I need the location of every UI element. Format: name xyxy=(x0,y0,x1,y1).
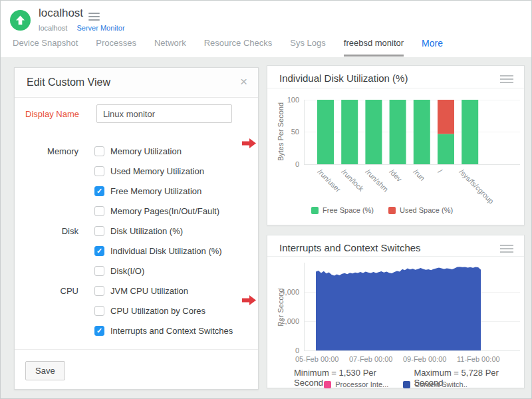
legend-label: Context Switch.. xyxy=(414,380,467,388)
checkbox-row: Memory Pages(In/Out/Fault) xyxy=(15,201,258,221)
checkbox-row: Individual Disk Utilization (%) xyxy=(15,241,258,261)
checkbox-label: Individual Disk Utilization (%) xyxy=(110,246,222,256)
checkbox-row: Disk(I/O) xyxy=(15,261,258,281)
x-tick: 07-Feb 00:00 xyxy=(349,355,392,363)
close-icon[interactable]: × xyxy=(240,75,247,88)
y-tick: 2,000 xyxy=(274,317,299,325)
checkbox-label: Free Memory Utilization xyxy=(110,186,201,196)
checkbox-interrupts-context-switches[interactable] xyxy=(94,326,104,336)
breadcrumb-host: localhost xyxy=(39,24,67,32)
checkbox-used-memory-utilization[interactable] xyxy=(94,166,104,176)
page-title: localhost xyxy=(39,7,83,20)
legend-label: Free Space (%) xyxy=(323,206,374,214)
legend-used-space[interactable]: Used Space (%) xyxy=(388,206,453,214)
x-tick: 11-Feb 00:00 xyxy=(457,355,500,363)
tab-device-snapshot[interactable]: Device Snapshot xyxy=(13,38,78,55)
y-tick: 50 xyxy=(274,128,299,136)
display-name-label: Display Name xyxy=(15,109,79,119)
legend-swatch xyxy=(311,207,319,214)
dialog-footer: Save xyxy=(15,349,258,389)
tab-more[interactable]: More xyxy=(422,38,443,55)
checkbox-row: Free Memory Utilization xyxy=(15,181,258,201)
hamburger-menu-icon[interactable] xyxy=(88,13,100,23)
chart-title: Interrupts and Context Switches xyxy=(279,242,421,253)
display-name-input[interactable] xyxy=(96,104,232,123)
checkbox-label: CPU Utilization by Cores xyxy=(110,306,205,316)
display-name-row: Display Name xyxy=(15,104,258,123)
x-tick: /sys/fs/cgroup xyxy=(458,168,495,205)
checkbox-label: Used Memory Utilization xyxy=(110,166,204,176)
tab-sys-logs[interactable]: Sys Logs xyxy=(290,38,325,55)
tab-processes[interactable]: Processes xyxy=(96,38,136,55)
x-tick: / xyxy=(437,168,444,175)
legend-swatch xyxy=(403,381,410,388)
page-header: localhost localhostServer Monitor Device… xyxy=(1,1,531,57)
server-monitor-page: localhost localhostServer Monitor Device… xyxy=(0,0,532,399)
legend-swatch xyxy=(388,207,396,214)
x-tick: /dev xyxy=(388,168,404,183)
x-tick: 05-Feb 00:00 xyxy=(295,355,338,363)
checkbox-label: JVM CPU Utilization xyxy=(110,286,188,296)
tab-freebsd-monitor[interactable]: freebsd monitor xyxy=(344,38,404,57)
checkbox-row: Disk Disk Utilization (%) xyxy=(15,221,258,241)
chart-title: Individual Disk Utilization (%) xyxy=(279,72,408,84)
checkbox-individual-disk-utilization[interactable] xyxy=(94,246,104,256)
checkbox-row: Used Memory Utilization xyxy=(15,161,258,181)
group-label-disk: Disk xyxy=(15,226,89,236)
tab-resource-checks[interactable]: Resource Checks xyxy=(204,38,273,55)
stacked-bar-chart[interactable] xyxy=(304,100,520,165)
chart-legend: Processor Inte... Context Switch.. xyxy=(267,380,524,388)
tab-network[interactable]: Network xyxy=(154,38,186,55)
y-tick: 100 xyxy=(274,96,299,104)
checkbox-free-memory-utilization[interactable] xyxy=(94,186,104,196)
checkbox-label: Disk Utilization (%) xyxy=(110,226,183,236)
edit-custom-view-dialog: Edit Custom View × Display Name Memory M… xyxy=(14,67,259,390)
checkbox-memory-utilization[interactable] xyxy=(94,146,104,156)
dialog-header: Edit Custom View × xyxy=(15,68,258,98)
y-axis-label: Per Second xyxy=(277,261,285,354)
legend-context-switches[interactable]: Context Switch.. xyxy=(403,380,467,388)
arrow-up-icon xyxy=(15,15,26,26)
y-tick: 0 xyxy=(274,346,299,354)
chart-menu-icon[interactable] xyxy=(500,245,513,255)
monitor-status-icon[interactable] xyxy=(10,10,31,31)
tab-bar: Device Snapshot Processes Network Resour… xyxy=(13,38,443,57)
checkbox-disk-utilization[interactable] xyxy=(94,226,104,236)
metric-checkbox-list: Memory Memory Utilization Used Memory Ut… xyxy=(15,141,258,340)
legend-label: Used Space (%) xyxy=(400,206,453,214)
area-chart[interactable] xyxy=(304,263,520,350)
legend-processor-interrupts[interactable]: Processor Inte... xyxy=(324,380,388,388)
dialog-title: Edit Custom View xyxy=(27,76,110,88)
x-tick: /run/user xyxy=(317,168,342,194)
checkbox-label: Disk(I/O) xyxy=(110,266,144,276)
checkbox-disk-io[interactable] xyxy=(94,266,104,276)
y-tick: 0 xyxy=(274,160,299,168)
checkbox-jvm-cpu-utilization[interactable] xyxy=(94,286,104,296)
x-tick: 09-Feb 00:00 xyxy=(403,355,446,363)
group-label-memory: Memory xyxy=(15,146,89,156)
checkbox-cpu-utilization-by-cores[interactable] xyxy=(94,306,104,316)
checkbox-label: Memory Pages(In/Out/Fault) xyxy=(110,206,219,216)
checkbox-row: CPU Utilization by Cores xyxy=(15,301,258,321)
checkbox-label: Memory Utilization xyxy=(110,146,182,156)
x-tick: /run/lock xyxy=(340,168,366,193)
chart-menu-icon[interactable] xyxy=(500,75,513,85)
legend-label: Processor Inte... xyxy=(335,380,388,388)
group-label-cpu: CPU xyxy=(15,286,89,296)
y-tick: 4,000 xyxy=(274,288,299,296)
disk-utilization-chart-panel: Individual Disk Utilization (%) Bytes Pe… xyxy=(267,65,525,225)
legend-swatch xyxy=(324,381,331,388)
checkbox-memory-pages[interactable] xyxy=(94,206,104,216)
save-button[interactable]: Save xyxy=(25,361,65,380)
content-area: Edit Custom View × Display Name Memory M… xyxy=(1,57,531,398)
checkbox-row: Interrupts and Context Switches xyxy=(15,321,258,340)
breadcrumb-server-monitor-link[interactable]: Server Monitor xyxy=(76,24,124,32)
checkbox-label: Interrupts and Context Switches xyxy=(110,326,233,336)
interrupts-chart-panel: Interrupts and Context Switches Per Seco… xyxy=(267,235,525,388)
checkbox-row: Memory Memory Utilization xyxy=(15,141,258,161)
x-tick: /run/shm xyxy=(364,168,390,194)
checkbox-row: CPU JVM CPU Utilization xyxy=(15,281,258,301)
chart-legend: Free Space (%) Used Space (%) xyxy=(311,206,453,214)
legend-free-space[interactable]: Free Space (%) xyxy=(311,206,374,214)
x-tick: /run xyxy=(412,168,427,182)
